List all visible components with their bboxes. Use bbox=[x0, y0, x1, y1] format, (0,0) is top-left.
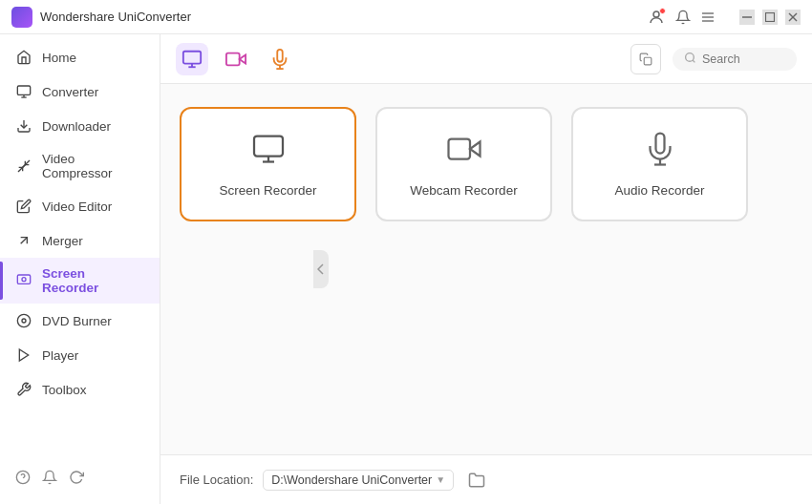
maximize-button[interactable] bbox=[762, 10, 778, 25]
svg-rect-22 bbox=[183, 51, 201, 63]
sidebar-label-video-editor: Video Editor bbox=[42, 200, 112, 214]
sidebar-label-home: Home bbox=[42, 51, 76, 65]
sidebar-item-converter[interactable]: Converter bbox=[0, 74, 160, 109]
tab-audio-recorder[interactable] bbox=[264, 43, 296, 75]
sidebar-item-merger[interactable]: Merger bbox=[0, 223, 160, 258]
sidebar-label-player: Player bbox=[42, 348, 78, 363]
sidebar-item-downloader[interactable]: Downloader bbox=[0, 109, 160, 143]
top-bar bbox=[160, 34, 812, 84]
sidebar-label-video-compressor: Video Compressor bbox=[42, 152, 144, 180]
converter-icon bbox=[15, 83, 32, 100]
sidebar: Home Converter Downloader Video Compress… bbox=[0, 34, 160, 504]
player-icon bbox=[15, 346, 32, 364]
mic-icon bbox=[643, 132, 677, 174]
sidebar-label-dvd-burner: DVD Burner bbox=[42, 314, 112, 328]
svg-point-17 bbox=[17, 314, 30, 326]
svg-line-13 bbox=[18, 165, 25, 172]
sidebar-item-player[interactable]: Player bbox=[0, 338, 160, 372]
sidebar-label-screen-recorder: Screen Recorder bbox=[42, 266, 144, 295]
file-location-label: File Location: bbox=[180, 472, 253, 487]
app-title: Wondershare UniConverter bbox=[40, 10, 646, 24]
editor-icon bbox=[15, 198, 32, 215]
sidebar-label-toolbox: Toolbox bbox=[42, 383, 87, 397]
svg-line-30 bbox=[693, 60, 694, 62]
svg-rect-34 bbox=[448, 138, 470, 158]
content-area: Screen Recorder Webcam Recorder bbox=[160, 34, 812, 504]
webcam-recorder-card-label: Webcam Recorder bbox=[410, 183, 517, 198]
home-icon bbox=[15, 49, 32, 66]
screen-recorder-icon bbox=[15, 272, 32, 289]
help-icon[interactable] bbox=[15, 470, 31, 489]
main-layout: Home Converter Downloader Video Compress… bbox=[0, 34, 812, 504]
title-bar: Wondershare UniConverter bbox=[0, 0, 812, 34]
sidebar-label-converter: Converter bbox=[42, 85, 98, 99]
copy-button[interactable] bbox=[630, 44, 661, 74]
webcam-recorder-card[interactable]: Webcam Recorder bbox=[375, 107, 552, 221]
svg-rect-25 bbox=[226, 52, 240, 65]
tab-webcam-recorder[interactable] bbox=[220, 43, 252, 75]
file-location-select[interactable]: D:\Wondershare UniConverter ▼ bbox=[263, 470, 454, 491]
sidebar-label-merger: Merger bbox=[42, 234, 83, 248]
audio-recorder-card[interactable]: Audio Recorder bbox=[571, 107, 748, 221]
user-icon-btn[interactable] bbox=[646, 7, 667, 28]
sidebar-item-video-compressor[interactable]: Video Compressor bbox=[0, 143, 160, 189]
sidebar-item-home[interactable]: Home bbox=[0, 40, 160, 74]
svg-marker-19 bbox=[19, 349, 28, 361]
svg-rect-5 bbox=[766, 12, 775, 21]
monitor-icon bbox=[251, 132, 286, 174]
sidebar-bottom-actions bbox=[0, 460, 160, 498]
svg-point-0 bbox=[653, 11, 659, 17]
bottom-bar: File Location: D:\Wondershare UniConvert… bbox=[160, 454, 812, 504]
open-folder-button[interactable] bbox=[463, 467, 490, 494]
search-input[interactable] bbox=[702, 52, 788, 66]
app-logo bbox=[11, 7, 32, 28]
notification-dot bbox=[659, 8, 666, 14]
bell-sidebar-icon[interactable] bbox=[42, 470, 57, 489]
sidebar-collapse-button[interactable] bbox=[313, 250, 329, 288]
webcam-card-icon bbox=[447, 132, 481, 174]
toolbox-icon bbox=[15, 381, 32, 398]
sidebar-item-dvd-burner[interactable]: DVD Burner bbox=[0, 304, 160, 338]
close-button[interactable] bbox=[785, 10, 801, 25]
search-box[interactable] bbox=[673, 48, 797, 71]
svg-rect-31 bbox=[254, 136, 283, 156]
compress-icon bbox=[15, 158, 32, 175]
file-path-text: D:\Wondershare UniConverter bbox=[271, 473, 432, 487]
cards-area: Screen Recorder Webcam Recorder bbox=[160, 84, 812, 454]
svg-rect-15 bbox=[17, 275, 30, 284]
svg-point-29 bbox=[686, 52, 694, 61]
svg-point-18 bbox=[22, 319, 26, 323]
svg-point-16 bbox=[22, 278, 26, 282]
sidebar-label-downloader: Downloader bbox=[42, 119, 111, 134]
svg-rect-8 bbox=[17, 86, 30, 94]
sidebar-item-screen-recorder[interactable]: Screen Recorder bbox=[0, 258, 160, 304]
window-controls bbox=[646, 7, 801, 28]
svg-line-14 bbox=[21, 238, 28, 244]
screen-recorder-card-label: Screen Recorder bbox=[219, 183, 316, 198]
dropdown-arrow: ▼ bbox=[436, 474, 445, 485]
merger-icon bbox=[15, 232, 32, 249]
tab-screen-recorder[interactable] bbox=[176, 43, 208, 75]
audio-recorder-card-label: Audio Recorder bbox=[615, 183, 705, 198]
sidebar-item-video-editor[interactable]: Video Editor bbox=[0, 189, 160, 223]
refresh-icon[interactable] bbox=[69, 470, 84, 489]
dvd-icon bbox=[15, 312, 32, 329]
search-icon bbox=[684, 52, 696, 67]
minimize-button[interactable] bbox=[739, 10, 755, 25]
svg-rect-28 bbox=[644, 57, 652, 65]
menu-icon-btn[interactable] bbox=[699, 9, 716, 26]
sidebar-item-toolbox[interactable]: Toolbox bbox=[0, 372, 160, 407]
bell-icon-btn[interactable] bbox=[674, 9, 692, 26]
screen-recorder-card[interactable]: Screen Recorder bbox=[180, 107, 356, 221]
downloader-icon bbox=[15, 117, 32, 135]
